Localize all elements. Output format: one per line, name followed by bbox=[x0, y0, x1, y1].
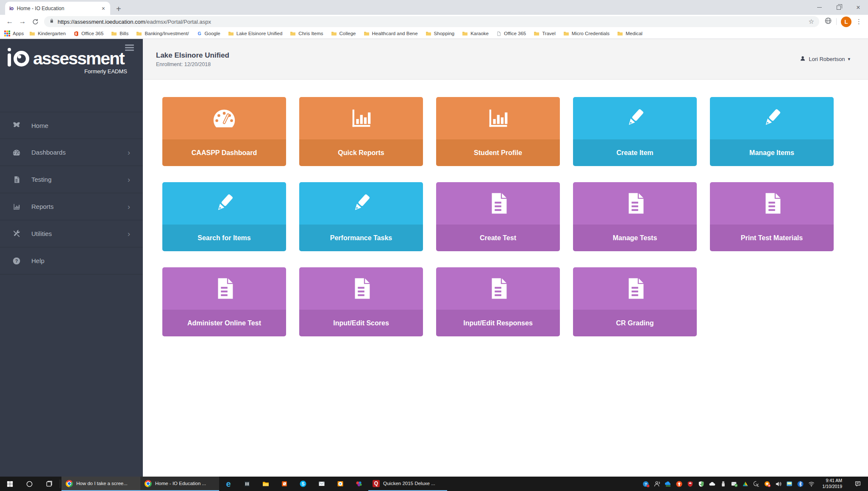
chevron-right-icon: › bbox=[128, 203, 130, 211]
tile-search-for-items[interactable]: Search for Items bbox=[162, 182, 286, 251]
bookmark-item[interactable]: GGoogle bbox=[193, 31, 224, 36]
cloud-sync-icon[interactable] bbox=[665, 480, 672, 488]
bookmark-item[interactable]: Office 365 bbox=[70, 31, 107, 36]
usb-icon[interactable] bbox=[720, 480, 727, 488]
window-close-button[interactable]: × bbox=[849, 0, 868, 15]
user-menu[interactable]: Lori Robertson ▾ bbox=[800, 55, 850, 63]
bookmark-item[interactable]: Healthcard and Bene bbox=[360, 31, 422, 36]
remote-app-icon[interactable] bbox=[786, 480, 793, 488]
tile-label: Create Test bbox=[436, 225, 560, 251]
taskbar-window-label: How do I take a scree... bbox=[76, 481, 128, 486]
bookmark-item[interactable]: Lake Elsinore Unified bbox=[224, 31, 287, 36]
hamburger-menu-icon[interactable] bbox=[125, 44, 134, 52]
bookmark-item[interactable]: Shopping bbox=[422, 31, 459, 36]
dish-icon[interactable] bbox=[753, 480, 760, 488]
taskbar-app-skype-icon[interactable]: S bbox=[294, 477, 312, 491]
main-content: Lake Elsinore Unified Enrollment: 12/20/… bbox=[143, 39, 868, 477]
tile-quick-reports[interactable]: Quick Reports bbox=[299, 97, 423, 166]
taskbar-app-store-icon[interactable] bbox=[238, 477, 256, 491]
bookmark-label: Medical bbox=[626, 31, 643, 36]
url-bar[interactable]: https://assessment.ioeducation.com/eadms… bbox=[44, 16, 819, 27]
window-restore-button[interactable] bbox=[829, 0, 849, 15]
tile-student-profile[interactable]: Student Profile bbox=[436, 97, 560, 166]
tile-create-item[interactable]: Create Item bbox=[573, 97, 697, 166]
tile-cr-grading[interactable]: CR Grading bbox=[573, 267, 697, 336]
browser-tab[interactable]: io Home - IO Education × bbox=[5, 2, 110, 15]
folder-icon bbox=[364, 31, 370, 36]
bookmark-star-icon[interactable]: ☆ bbox=[809, 18, 814, 25]
bookmark-item[interactable]: College bbox=[327, 31, 360, 36]
profile-avatar[interactable]: L bbox=[841, 17, 851, 27]
tile-performance-tasks[interactable]: Performance Tasks bbox=[299, 182, 423, 251]
cortana-search-button[interactable] bbox=[19, 477, 39, 491]
tile-input-edit-responses[interactable]: Input/Edit Responses bbox=[436, 267, 560, 336]
taskbar-app-mail-icon[interactable] bbox=[312, 477, 331, 491]
people-icon[interactable] bbox=[654, 480, 661, 488]
tile-create-test[interactable]: Create Test bbox=[436, 182, 560, 251]
help-icon[interactable]: ? bbox=[643, 480, 650, 488]
taskbar-window-quicken-2015-deluxe[interactable]: QQuicken 2015 Deluxe ... bbox=[368, 477, 447, 491]
chrome-icon bbox=[66, 480, 73, 487]
office-icon bbox=[73, 31, 79, 36]
user-name: Lori Robertson bbox=[809, 56, 845, 62]
sidebar-item-home[interactable]: Home bbox=[0, 112, 143, 139]
sidebar-item-utilities[interactable]: Utilities› bbox=[0, 220, 143, 247]
document-icon bbox=[573, 267, 697, 310]
bluetooth-icon[interactable] bbox=[797, 480, 804, 488]
tile-label: Search for Items bbox=[162, 225, 286, 251]
start-button[interactable] bbox=[0, 477, 19, 491]
taskbar-app-edge-icon[interactable]: e bbox=[219, 477, 238, 491]
sidebar-item-help[interactable]: ?Help bbox=[0, 247, 143, 275]
tile-manage-tests[interactable]: Manage Tests bbox=[573, 182, 697, 251]
wifi-icon[interactable] bbox=[808, 480, 815, 488]
taskbar-app-file-explorer-icon[interactable] bbox=[256, 477, 275, 491]
defender-icon[interactable] bbox=[698, 480, 705, 488]
bookmark-item[interactable]: Chris Items bbox=[286, 31, 327, 36]
tile-manage-items[interactable]: Manage Items bbox=[710, 97, 834, 166]
bookmark-item[interactable]: Micro Credentials bbox=[559, 31, 613, 36]
taskbar-app-photos-icon[interactable] bbox=[350, 477, 368, 491]
taskbar-window-label: Quicken 2015 Deluxe ... bbox=[383, 481, 435, 486]
speaker-icon[interactable] bbox=[775, 480, 782, 488]
tile-caaspp-dashboard[interactable]: CAASPP Dashboard bbox=[162, 97, 286, 166]
sidebar-item-testing[interactable]: Testing› bbox=[0, 166, 143, 193]
bookmark-item[interactable]: Travel bbox=[530, 31, 559, 36]
reload-button[interactable] bbox=[29, 16, 42, 28]
tools-icon bbox=[12, 230, 21, 238]
upload-arrow-icon[interactable] bbox=[676, 480, 683, 488]
sidebar-item-dashboards[interactable]: Dashboards› bbox=[0, 139, 143, 166]
browser-menu-icon[interactable]: ⋮ bbox=[856, 18, 862, 25]
mail-sync-icon[interactable] bbox=[731, 480, 738, 488]
tile-print-test-materials[interactable]: Print Test Materials bbox=[710, 182, 834, 251]
bookmark-item[interactable]: Medical bbox=[613, 31, 646, 36]
globe-extension-icon[interactable] bbox=[824, 17, 832, 26]
tab-close-icon[interactable]: × bbox=[101, 5, 106, 12]
taskbar-window-how-do-i-take-a-scree[interactable]: How do I take a scree... bbox=[61, 477, 140, 491]
window-minimize-button[interactable] bbox=[810, 0, 829, 15]
folder-icon bbox=[290, 31, 296, 36]
task-view-button[interactable] bbox=[39, 477, 58, 491]
folder-icon bbox=[462, 31, 468, 36]
forward-button[interactable]: → bbox=[16, 16, 29, 28]
bookmark-item[interactable]: Office 365 bbox=[492, 31, 530, 36]
action-center-icon[interactable] bbox=[849, 480, 866, 487]
taskbar-app-orange-app-icon[interactable] bbox=[275, 477, 294, 491]
taskbar-clock[interactable]: 9:41 AM 1/10/2019 bbox=[822, 478, 842, 489]
bookmark-item[interactable]: Banking/Investment/ bbox=[132, 31, 192, 36]
taskbar-app-media-player-icon[interactable] bbox=[331, 477, 350, 491]
sidebar-item-reports[interactable]: Reports› bbox=[0, 193, 143, 220]
back-button[interactable]: ← bbox=[3, 16, 16, 28]
alert-icon[interactable] bbox=[764, 480, 771, 488]
drive-icon[interactable] bbox=[742, 480, 749, 488]
taskbar-window-home-io-education[interactable]: Home - IO Education ... bbox=[140, 477, 219, 491]
bookmark-item[interactable]: Kindergarten bbox=[25, 31, 70, 36]
bookmark-item[interactable]: Bills bbox=[107, 31, 132, 36]
new-tab-button[interactable]: + bbox=[116, 5, 121, 13]
bookmark-item[interactable]: Karaoke bbox=[458, 31, 492, 36]
svg-text:?: ? bbox=[15, 258, 18, 263]
shield-red-icon[interactable] bbox=[687, 480, 694, 488]
onedrive-icon[interactable] bbox=[709, 480, 716, 488]
apps-bookmark[interactable]: Apps bbox=[13, 31, 24, 36]
tile-administer-online-test[interactable]: Administer Online Test bbox=[162, 267, 286, 336]
tile-input-edit-scores[interactable]: Input/Edit Scores bbox=[299, 267, 423, 336]
